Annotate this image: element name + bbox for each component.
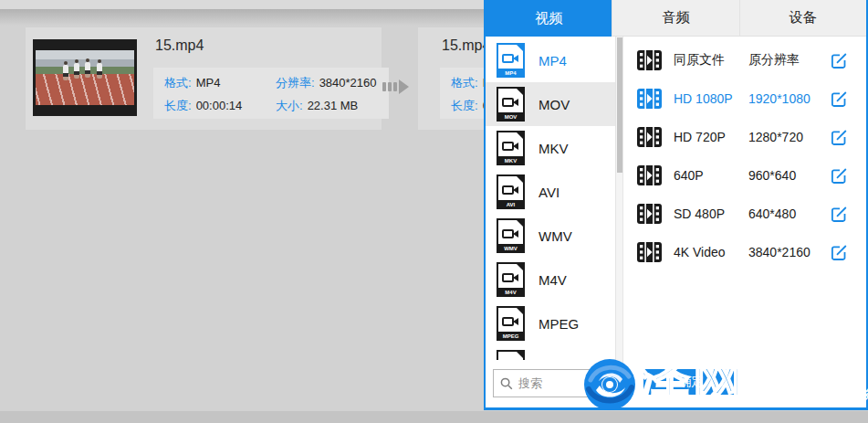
film-icon (637, 165, 662, 185)
quality-row-hd-720p[interactable]: HD 720P 1280*720 (623, 118, 866, 156)
source-file-name: 15.mp4 (155, 37, 204, 54)
quality-row-640p[interactable]: 640P 960*640 (623, 156, 866, 195)
edit-icon[interactable] (831, 129, 848, 146)
quality-row-4k-video[interactable]: 4K Video 3840*2160 (623, 233, 866, 271)
mkv-file-icon: MKV (497, 131, 525, 165)
tab-device[interactable]: 设备 (739, 0, 866, 37)
output-format-panel: 视频 音频 设备 MP4 MP4 MOV MOV MKV (484, 0, 868, 410)
search-icon (500, 377, 513, 390)
convert-arrow-icon (382, 79, 411, 94)
format-label: 格式: (451, 76, 478, 90)
search-field[interactable] (493, 369, 610, 397)
mov-file-icon: MOV (497, 87, 525, 122)
edit-icon[interactable] (831, 244, 848, 261)
film-icon (637, 127, 662, 147)
tab-video[interactable]: 视频 (486, 0, 612, 37)
format-value: MP4 (196, 76, 221, 90)
tab-audio[interactable]: 音频 (612, 0, 738, 37)
edit-icon[interactable] (831, 52, 848, 69)
edit-icon[interactable] (831, 206, 848, 223)
format-item-avi[interactable]: AVI AVI (486, 170, 615, 214)
size-value: 22.31 MB (308, 99, 359, 112)
quality-row-sd-480p[interactable]: SD 480P 640*480 (623, 195, 866, 233)
edit-icon[interactable] (831, 167, 848, 185)
film-icon (637, 204, 662, 224)
format-item-mov[interactable]: MOV MOV (486, 82, 615, 126)
size-label: 大小: (276, 99, 303, 112)
duration-label: 长度: (451, 99, 478, 112)
scrollbar[interactable] (615, 37, 623, 407)
format-list: MP4 MP4 MOV MOV MKV MKV AVI AVI (486, 37, 615, 407)
search-input[interactable] (518, 376, 601, 390)
scrollbar-thumb[interactable] (617, 37, 622, 173)
quality-row-hd-1080p[interactable]: HD 1080P 1920*1080 (623, 79, 866, 118)
quality-row-original[interactable]: 同原文件 原分辨率 (623, 41, 866, 79)
format-item-wmv[interactable]: WMV WMV (486, 214, 615, 258)
edit-icon[interactable] (831, 90, 848, 108)
format-label: 格式: (164, 76, 192, 90)
format-item-mkv[interactable]: MKV MKV (486, 126, 615, 170)
film-icon (637, 242, 662, 262)
m4v-file-icon: M4V (497, 262, 525, 297)
confirm-button[interactable]: 确定 (643, 369, 739, 395)
format-item-mpeg[interactable]: MPEG MPEG (486, 301, 615, 345)
film-icon (637, 89, 662, 109)
video-thumbnail (33, 39, 137, 116)
format-item-mp4[interactable]: MP4 MP4 (486, 38, 615, 82)
format-item-m4v[interactable]: M4V M4V (486, 258, 615, 301)
panel-tabs: 视频 音频 设备 (486, 0, 866, 37)
wmv-file-icon: WMV (497, 218, 525, 253)
source-file-info: 格式:MP4 分辨率:3840*2160 长度:00:00:14 大小:22.3… (153, 68, 389, 119)
mpeg-file-icon: MPEG (497, 306, 525, 341)
resolution-label: 分辨率: (276, 76, 315, 90)
duration-label: 长度: (164, 99, 192, 112)
duration-value: 00:00:14 (196, 99, 243, 112)
film-icon (637, 50, 662, 70)
mp4-file-icon: MP4 (497, 43, 525, 78)
statusbar-strip (0, 411, 868, 423)
source-file-card: 15.mp4 格式:MP4 分辨率:3840*2160 长度:00:00:14 … (26, 27, 382, 130)
avi-file-icon: AVI (497, 174, 525, 209)
app-window: 15.mp4 格式:MP4 分辨率:3840*2160 长度:00:00:14 … (0, 0, 868, 423)
resolution-value: 3840*2160 (319, 76, 377, 90)
quality-list: 同原文件 原分辨率 HD 1080P 1920*1080 HD 720P 128… (623, 37, 866, 407)
